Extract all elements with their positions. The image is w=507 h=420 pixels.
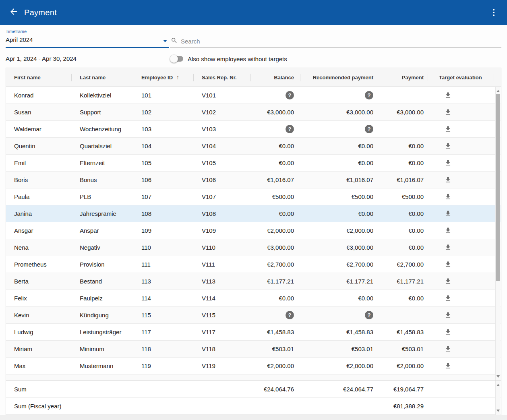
- scroll-down-arrow-icon[interactable]: [497, 410, 500, 412]
- cell-sales-rep-nr: V119: [194, 358, 251, 374]
- table-row-partial[interactable]: [6, 374, 501, 381]
- download-icon[interactable]: [443, 276, 453, 287]
- table-row[interactable]: WaldemarWochenzeitung103V103??: [6, 121, 501, 138]
- table-row[interactable]: KonradKollektivziel101V101??: [6, 87, 501, 104]
- unknown-value-icon[interactable]: ?: [365, 311, 373, 319]
- date-range-text: Apr 1, 2024 - Apr 30, 2024: [6, 55, 77, 62]
- download-icon[interactable]: [443, 242, 453, 253]
- cell-sales-rep-nr: V113: [194, 273, 251, 290]
- search-field[interactable]: [170, 28, 501, 48]
- scroll-up-arrow-icon[interactable]: [497, 384, 500, 386]
- table-row[interactable]: AnsgarAnspar109V109€2,000.00€2,000.00€0.…: [6, 222, 501, 239]
- header-recommended-payment[interactable]: Recommended payment: [300, 68, 378, 87]
- download-icon[interactable]: [443, 209, 453, 219]
- kebab-menu-icon[interactable]: [490, 8, 497, 17]
- scrollbar-thumb[interactable]: [496, 94, 500, 281]
- cell-employee-id: 118: [133, 341, 194, 357]
- scroll-down-arrow-icon[interactable]: [497, 375, 500, 378]
- download-icon[interactable]: [443, 226, 453, 236]
- arrow-left-icon: [9, 7, 19, 18]
- table-vertical-scrollbar[interactable]: [495, 87, 501, 381]
- cell-employee-id: 102: [133, 104, 194, 120]
- unknown-value-icon[interactable]: ?: [286, 125, 294, 133]
- cell-target-evaluation: [428, 104, 493, 120]
- table-row[interactable]: BertaBestand113V113€1,177.21€1,177.21€1,…: [6, 273, 501, 290]
- header-sales-rep-nr[interactable]: Sales Rep. Nr.: [194, 68, 251, 87]
- search-input[interactable]: [181, 38, 501, 45]
- cell-sales-rep-nr: V108: [194, 205, 251, 222]
- cell-first-name: Emil: [6, 155, 72, 171]
- table-row[interactable]: QuentinQuartalsziel104V104€0.00€0.00€0.0…: [6, 138, 501, 155]
- table-row[interactable]: SusanSupport102V102€3,000.00€3,000.00€3,…: [6, 104, 501, 121]
- table-row[interactable]: PrometheusProvision111V111€2,700.00€2,70…: [6, 256, 501, 273]
- unknown-value-icon[interactable]: ?: [286, 311, 294, 319]
- cell-payment: €3,000.00: [378, 104, 428, 120]
- cell-recommended-payment: €1,458.83: [300, 324, 378, 340]
- download-icon[interactable]: [443, 344, 453, 354]
- download-icon[interactable]: [443, 124, 453, 134]
- download-icon[interactable]: [443, 192, 453, 202]
- unknown-value-icon[interactable]: ?: [286, 91, 294, 99]
- cell-first-name: Konrad: [6, 87, 72, 103]
- table-row[interactable]: JaninaJahresprämie108V108€0.00€0.00€0.00: [6, 205, 501, 222]
- cell-balance: €1,458.83: [251, 324, 300, 340]
- cell-recommended-payment: €1,177.21: [300, 273, 378, 290]
- cell-sales-rep-nr: V106: [194, 172, 251, 188]
- unknown-value-icon[interactable]: ?: [365, 125, 373, 133]
- table-row[interactable]: LudwigLeistungsträger117V117€1,458.83€1,…: [6, 324, 501, 341]
- download-icon[interactable]: [443, 327, 453, 337]
- cell-last-name: Minimum: [72, 341, 133, 357]
- back-button[interactable]: [8, 7, 19, 18]
- timeframe-select[interactable]: Timeframe April 2024: [6, 28, 169, 48]
- cell-sales-rep-nr: V105: [194, 155, 251, 171]
- scroll-up-arrow-icon[interactable]: [497, 90, 500, 92]
- cell-sales-rep-nr: V104: [194, 138, 251, 154]
- download-icon[interactable]: [443, 175, 453, 185]
- timeframe-value: April 2024: [6, 36, 169, 43]
- toggle-switch[interactable]: [170, 54, 184, 64]
- cell-sales-rep-nr: V115: [194, 307, 251, 323]
- sum-fiscal-label: Sum (Fiscal year): [6, 398, 133, 414]
- cell-first-name: Waldemar: [6, 121, 72, 137]
- cell-first-name: Berta: [6, 273, 72, 290]
- header-target-evaluation[interactable]: Target evaluation: [428, 68, 493, 87]
- cell-employee-id: 106: [133, 172, 194, 188]
- download-icon[interactable]: [443, 90, 453, 101]
- cell-target-evaluation: [428, 87, 493, 103]
- download-icon[interactable]: [443, 158, 453, 168]
- table-row[interactable]: MiriamMinimum118V118€503.01€503.01€503.0…: [6, 341, 501, 358]
- table-row[interactable]: EmilElternzeit105V105€0.00€0.00€0.00: [6, 155, 501, 172]
- header-first-name[interactable]: First name: [6, 68, 72, 87]
- cell-employee-id: 117: [133, 324, 194, 340]
- table-row[interactable]: FelixFaulpelz114V114€0.00€0.00€0.00: [6, 290, 501, 307]
- table-row[interactable]: KevinKündigung115V115??: [6, 307, 501, 324]
- unknown-value-icon[interactable]: ?: [365, 91, 373, 99]
- header-last-name[interactable]: Last name: [72, 68, 133, 87]
- table-row[interactable]: MaxMustermann119V119€2,000.00€2,000.00€2…: [6, 358, 501, 374]
- sub-bar: Apr 1, 2024 - Apr 30, 2024 Also show emp…: [0, 50, 507, 68]
- download-icon[interactable]: [443, 107, 453, 118]
- cell-last-name: Leistungsträger: [72, 324, 133, 340]
- header-balance[interactable]: Balance: [251, 68, 300, 87]
- table-row[interactable]: NenaNegativ110V110€3,000.00€3,000.00€0.0…: [6, 239, 501, 256]
- download-icon[interactable]: [443, 293, 453, 304]
- download-icon[interactable]: [443, 141, 453, 151]
- cell-employee-id: 101: [133, 87, 194, 103]
- header-employee-id[interactable]: Employee ID ↑: [133, 68, 194, 87]
- cell-target-evaluation: [428, 222, 493, 239]
- cell-sales-rep-nr: V110: [194, 239, 251, 256]
- show-without-targets-toggle-group: Also show employees without targets: [170, 54, 287, 64]
- timeframe-label: Timeframe: [6, 28, 169, 34]
- table-row[interactable]: BorisBonus106V106€1,016.07€1,016.07€1,01…: [6, 172, 501, 188]
- cell-employee-id: 109: [133, 222, 194, 239]
- cell-last-name: Kündigung: [72, 307, 133, 323]
- table-row[interactable]: PaulaPLB107V107€500.00€500.00€500.00: [6, 188, 501, 205]
- header-payment[interactable]: Payment: [378, 68, 428, 87]
- download-icon[interactable]: [443, 259, 453, 270]
- cell-first-name: Nena: [6, 239, 72, 256]
- cell-target-evaluation: [428, 205, 493, 222]
- cell-first-name: Paula: [6, 188, 72, 205]
- download-icon[interactable]: [443, 361, 453, 371]
- sum-vertical-scrollbar[interactable]: [495, 381, 501, 415]
- download-icon[interactable]: [443, 310, 453, 321]
